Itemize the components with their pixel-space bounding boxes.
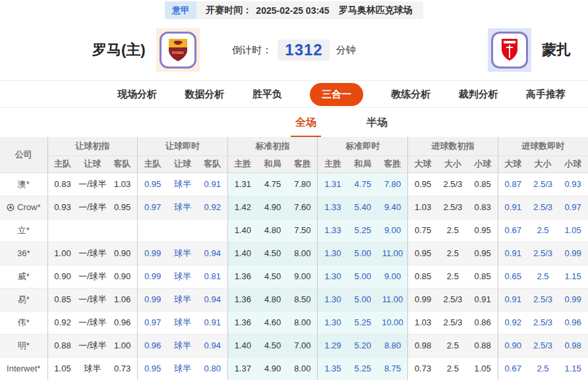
sub-tab-全场[interactable]: 全场 — [291, 109, 321, 137]
odds-cell[interactable]: 0.99 — [558, 288, 588, 311]
sub-tab-半场[interactable]: 半场 — [362, 109, 392, 137]
odds-cell[interactable]: 0.67 — [498, 357, 528, 380]
odds-cell[interactable]: 0.91 — [198, 173, 228, 196]
odds-cell[interactable]: 0.98 — [558, 334, 588, 357]
company-cell[interactable]: 易* — [0, 288, 47, 311]
odds-cell[interactable]: 9.00 — [378, 219, 408, 242]
company-cell[interactable]: 36* — [0, 242, 47, 265]
odds-cell[interactable]: 9.40 — [378, 196, 408, 219]
company-cell[interactable]: Interwet* — [0, 357, 47, 380]
odds-cell[interactable] — [167, 219, 198, 242]
odds-cell[interactable]: 球半 — [167, 357, 198, 380]
nav-tab-数据分析[interactable]: 数据分析 — [185, 88, 224, 101]
odds-cell[interactable]: 2.5 — [528, 357, 558, 380]
nav-tab-胜平负[interactable]: 胜平负 — [252, 88, 282, 101]
odds-cell[interactable]: 2.5 — [528, 265, 558, 288]
odds-cell[interactable]: 0.94 — [198, 242, 228, 265]
odds-cell[interactable]: 0.97 — [558, 196, 588, 219]
odds-cell[interactable]: 11.00 — [378, 288, 408, 311]
odds-cell[interactable]: 2.5 — [528, 219, 558, 242]
odds-cell[interactable]: 球半 — [167, 265, 198, 288]
odds-cell[interactable]: 1.33 — [318, 219, 348, 242]
company-cell[interactable]: 明* — [0, 334, 47, 357]
odds-cell[interactable]: 2.5/3 — [528, 334, 558, 357]
odds-cell[interactable]: 0.80 — [198, 357, 228, 380]
odds-cell[interactable]: 1.30 — [318, 242, 348, 265]
odds-cell[interactable]: 0.95 — [138, 173, 168, 196]
odds-cell[interactable]: 0.94 — [198, 288, 228, 311]
odds-cell[interactable]: 8.80 — [378, 334, 408, 357]
odds-cell[interactable]: 0.93 — [558, 173, 588, 196]
odds-cell[interactable]: 1.30 — [318, 311, 348, 334]
odds-cell[interactable]: 0.99 — [138, 265, 168, 288]
odds-cell[interactable]: 0.91 — [498, 288, 528, 311]
odds-cell[interactable]: 5.40 — [347, 196, 378, 219]
odds-cell[interactable]: 0.94 — [198, 334, 228, 357]
odds-cell[interactable]: 1.30 — [318, 288, 348, 311]
nav-tab-三合一[interactable]: 三合一 — [310, 83, 363, 106]
odds-cell[interactable]: 1.15 — [558, 357, 588, 380]
odds-cell[interactable]: 1.29 — [318, 334, 348, 357]
odds-cell[interactable]: 0.90 — [498, 334, 528, 357]
odds-cell[interactable]: 0.99 — [138, 288, 168, 311]
odds-cell[interactable]: 1.15 — [558, 265, 588, 288]
odds-cell[interactable]: 8.75 — [378, 357, 408, 380]
odds-cell[interactable]: 5.00 — [347, 265, 378, 288]
odds-cell[interactable]: 球半 — [167, 196, 198, 219]
odds-cell[interactable]: 11.00 — [378, 242, 408, 265]
odds-cell[interactable]: 0.65 — [498, 265, 528, 288]
odds-cell[interactable]: 球半 — [167, 288, 198, 311]
odds-cell[interactable]: 2.5/3 — [528, 311, 558, 334]
odds-cell[interactable]: 0.97 — [138, 196, 168, 219]
company-cell[interactable]: 立* — [0, 219, 47, 242]
odds-cell[interactable]: 球半 — [167, 242, 198, 265]
odds-cell[interactable]: 2.5/3 — [528, 242, 558, 265]
odds-cell[interactable]: 0.81 — [198, 265, 228, 288]
odds-cell[interactable]: 球半 — [167, 173, 198, 196]
odds-cell[interactable]: 4.75 — [347, 173, 378, 196]
odds-cell[interactable]: 0.96 — [138, 334, 168, 357]
nav-tab-裁判分析[interactable]: 裁判分析 — [459, 88, 498, 101]
nav-tab-现场分析[interactable]: 现场分析 — [117, 88, 157, 101]
odds-cell[interactable]: 5.25 — [347, 219, 378, 242]
odds-cell[interactable]: 1.30 — [318, 265, 348, 288]
company-cell[interactable]: 伟* — [0, 311, 47, 334]
odds-cell[interactable]: 1.33 — [318, 196, 348, 219]
odds-cell[interactable]: 5.20 — [347, 334, 378, 357]
odds-cell[interactable]: 2.5/3 — [528, 173, 558, 196]
odds-cell[interactable]: 0.91 — [498, 196, 528, 219]
odds-cell[interactable]: 球半 — [167, 334, 198, 357]
odds-cell[interactable]: 7.80 — [378, 173, 408, 196]
odds-cell[interactable] — [198, 219, 228, 242]
odds-cell[interactable]: 5.00 — [347, 288, 378, 311]
kickoff-label: 开赛时间： — [206, 5, 252, 16]
odds-cell[interactable]: 0.96 — [558, 311, 588, 334]
odds-cell[interactable]: 0.92 — [498, 311, 528, 334]
odds-cell[interactable]: 1.05 — [558, 219, 588, 242]
odds-cell[interactable]: 0.91 — [498, 242, 528, 265]
company-cell[interactable]: 澳* — [0, 173, 47, 196]
odds-cell[interactable]: 0.99 — [138, 242, 168, 265]
company-cell[interactable]: Crow* — [0, 196, 47, 219]
odds-cell[interactable]: 0.97 — [138, 311, 168, 334]
odds-cell[interactable]: 5.25 — [347, 357, 378, 380]
odds-cell[interactable]: 5.25 — [347, 311, 378, 334]
odds-cell[interactable]: 10.00 — [378, 311, 408, 334]
odds-cell[interactable] — [138, 219, 168, 242]
company-cell[interactable]: 威* — [0, 265, 47, 288]
nav-tab-高手推荐[interactable]: 高手推荐 — [526, 88, 566, 101]
odds-cell[interactable]: 0.92 — [198, 196, 228, 219]
odds-cell[interactable]: 2.5/3 — [528, 196, 558, 219]
odds-cell[interactable]: 5.00 — [347, 242, 378, 265]
odds-cell[interactable]: 0.87 — [498, 173, 528, 196]
odds-cell[interactable]: 1.31 — [318, 173, 348, 196]
odds-cell[interactable]: 0.67 — [498, 219, 528, 242]
odds-cell[interactable]: 0.99 — [558, 242, 588, 265]
nav-tab-教练分析[interactable]: 教练分析 — [391, 88, 430, 101]
odds-cell[interactable]: 0.91 — [198, 311, 228, 334]
odds-cell[interactable]: 2.5/3 — [528, 288, 558, 311]
odds-cell[interactable]: 球半 — [167, 311, 198, 334]
odds-cell[interactable]: 0.95 — [138, 357, 168, 380]
odds-cell[interactable]: 1.35 — [318, 357, 348, 380]
odds-cell[interactable]: 9.00 — [378, 265, 408, 288]
